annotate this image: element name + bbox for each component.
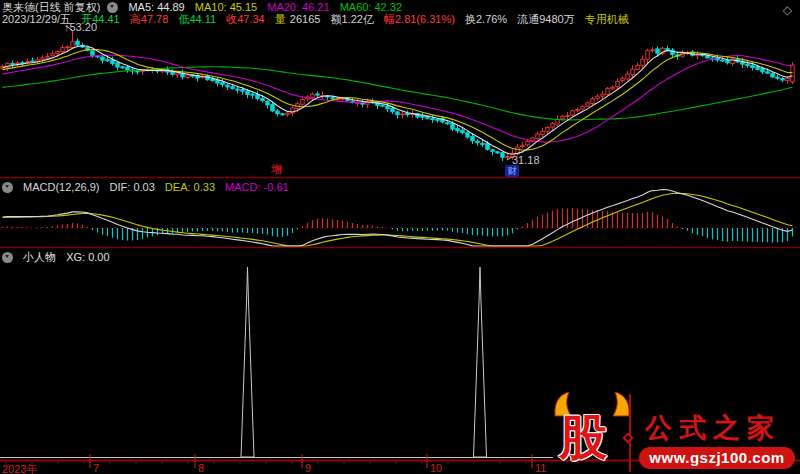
gu-logo-character: 股 [559,406,607,470]
candlestick-series [1,30,794,161]
macd-collapse-icon[interactable] [2,182,13,193]
macd-dea-value: DEA: 0.33 [165,181,215,193]
site-url-badge[interactable]: www.gszj100.com [639,447,795,469]
quote-high: 高47.78 [130,13,169,25]
stock-app-window: { "header": { "title": "奥来德(日线 前复权)", "m… [0,0,800,474]
xg-panel-header: 小人物 XG: 0.00 [2,251,117,263]
macd-dif-value: DIF: 0.03 [110,181,155,193]
xg-title: 小人物 [23,251,56,263]
moving-average-lines [3,46,793,155]
macd-panel-graphics [0,190,800,247]
xg-collapse-icon[interactable] [2,252,13,263]
axis-month-label: 10 [430,462,442,474]
cai-report-badge[interactable]: 财 [505,165,519,177]
macd-title: MACD(12,26,9) [23,181,99,193]
site-name-text: 公式之家 [645,410,781,446]
quote-volume: 26165 [290,13,321,25]
ma20-legend: MA20: 46.21 [267,1,329,13]
xg-value: XG: 0.00 [66,251,109,263]
axis-month-label: 9 [305,462,311,474]
cycle-toggle-icon[interactable] [107,2,118,13]
quote-close: 收47.34 [226,13,265,25]
axis-month-label: 8 [198,462,204,474]
quote-industry: 专用机械 [585,13,629,25]
quote-volume-label: 量 [275,13,286,25]
quote-date: 2023/12/29/五 [2,13,71,25]
axis-month-label: 2023年 [2,462,37,474]
quote-info-line: 2023/12/29/五 开44.41 高47.78 低44.11 收47.34… [2,13,636,25]
quote-range: 幅2.81(6.31%) [384,13,455,25]
quote-amount: 额1.22亿 [330,13,373,25]
chart-header-line: 奥来德(日线 前复权) MA5: 44.89 MA10: 45.15 MA20:… [2,1,409,13]
zeng-event-marker[interactable]: 增 [271,162,282,177]
quote-float: 流通9480万 [517,13,574,25]
ma5-legend: MA5: 44.89 [128,1,184,13]
quote-low: 低44.11 [178,13,216,25]
macd-panel-header: MACD(12,26,9) DIF: 0.03 DEA: 0.33 MACD: … [2,181,296,193]
gszj100-watermark: 股 公式之家 www.gszj100.com [553,390,800,474]
axis-month-label: 11 [535,462,546,474]
logo-diamond-icon [622,432,633,443]
period-high-label: ↑53.20 [64,21,97,33]
ma60-legend: MA60: 42.32 [340,1,402,13]
xg-indicator-graphics [0,267,553,458]
axis-month-label: 7 [93,462,99,474]
stock-title: 奥来德(日线 前复权) [2,1,100,13]
ma10-legend: MA10: 45.15 [195,1,257,13]
corner-diamond-icon: ◇ [783,3,792,17]
macd-value: MACD: -0.61 [225,181,289,193]
quote-turnover: 换2.76% [465,13,507,25]
